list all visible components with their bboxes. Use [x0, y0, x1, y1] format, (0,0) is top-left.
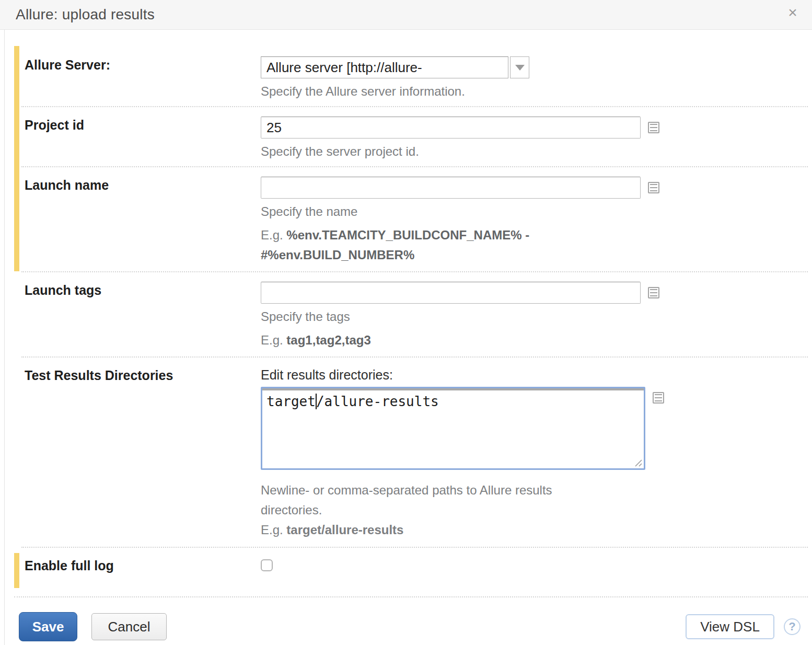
- row-launch-name: Launch name Specify the name E.g. %env.T…: [5, 166, 812, 271]
- dialog-body: Allure Server: Allure server [http://all…: [4, 30, 812, 645]
- allure-server-label: Allure Server:: [25, 56, 261, 73]
- row-launch-tags: Launch tags Specify the tags E.g. tag1,t…: [5, 271, 812, 356]
- enable-full-log-checkbox[interactable]: [261, 559, 273, 571]
- parameter-list-icon[interactable]: [653, 392, 664, 404]
- row-enable-full-log: Enable full log: [5, 547, 812, 596]
- chevron-down-icon: [515, 65, 525, 71]
- launch-tags-example: E.g. tag1,tag2,tag3: [261, 330, 553, 350]
- launch-name-hint: Specify the name: [261, 204, 805, 219]
- allure-server-hint: Specify the Allure server information.: [261, 84, 805, 99]
- launch-name-input[interactable]: [261, 177, 641, 199]
- allure-server-select[interactable]: Allure server [http://allure-: [261, 56, 529, 78]
- project-id-input[interactable]: [261, 117, 641, 139]
- launch-name-label: Launch name: [25, 177, 261, 193]
- results-directories-textarea[interactable]: target/allure-results: [261, 387, 645, 470]
- dialog-footer: Save Cancel View DSL ?: [5, 596, 812, 641]
- textarea-text-after-cursor: /allure-results: [316, 394, 439, 409]
- row-test-results-directories: Test Results Directories Edit results di…: [5, 356, 812, 547]
- dialog-header: Allure: upload results ×: [0, 0, 812, 30]
- edit-results-directories-label: Edit results directories:: [261, 367, 805, 383]
- enable-full-log-label: Enable full log: [25, 557, 261, 573]
- allure-upload-results-dialog: Allure: upload results × Allure Server: …: [0, 0, 812, 645]
- launch-tags-input[interactable]: [261, 282, 641, 304]
- textarea-text-before-cursor: target: [266, 394, 316, 409]
- test-results-directories-label: Test Results Directories: [25, 367, 261, 383]
- parameter-list-icon[interactable]: [648, 287, 659, 298]
- results-directories-note: Newline- or comma-separated paths to All…: [261, 480, 585, 540]
- parameter-list-icon[interactable]: [648, 122, 659, 133]
- launch-name-example: E.g. %env.TEAMCITY_BUILDCONF_NAME% -#%en…: [261, 225, 553, 265]
- save-button[interactable]: Save: [19, 612, 77, 641]
- select-dropdown-button[interactable]: [510, 56, 529, 78]
- help-icon[interactable]: ?: [784, 618, 801, 635]
- project-id-hint: Specify the server project id.: [261, 144, 805, 159]
- launch-tags-label: Launch tags: [25, 282, 261, 298]
- dialog-title: Allure: upload results: [0, 6, 155, 23]
- view-dsl-button[interactable]: View DSL: [686, 614, 774, 639]
- close-icon[interactable]: ×: [784, 2, 802, 23]
- row-project-id: Project id Specify the server project id…: [5, 106, 812, 166]
- allure-server-selected-value[interactable]: Allure server [http://allure-: [261, 56, 508, 78]
- launch-tags-hint: Specify the tags: [261, 309, 805, 324]
- cancel-button[interactable]: Cancel: [91, 613, 167, 640]
- parameter-list-icon[interactable]: [648, 182, 659, 193]
- resize-handle-icon[interactable]: [634, 458, 642, 467]
- project-id-label: Project id: [25, 117, 261, 133]
- row-allure-server: Allure Server: Allure server [http://all…: [5, 46, 812, 106]
